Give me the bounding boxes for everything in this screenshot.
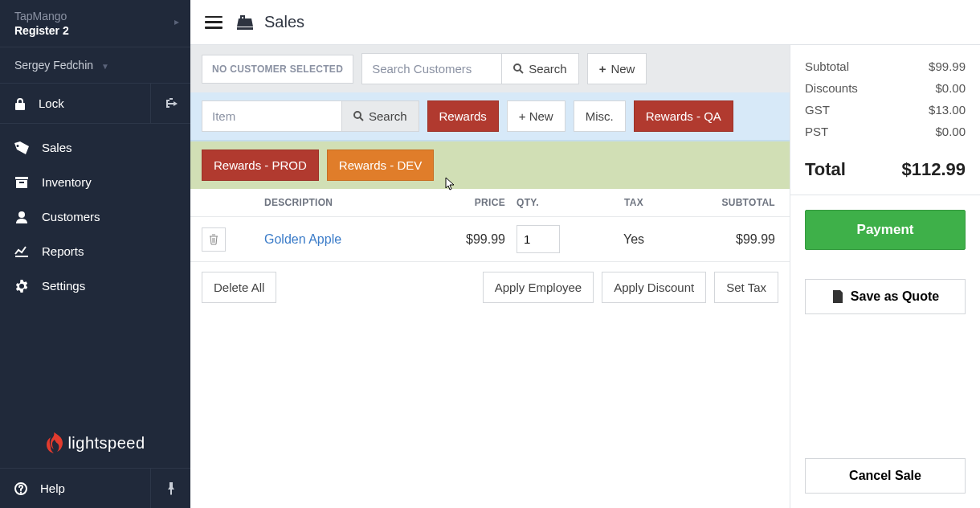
th-price: PRICE bbox=[425, 197, 505, 208]
line-item-link[interactable]: Golden Apple bbox=[264, 232, 341, 246]
lock-label: Lock bbox=[39, 96, 64, 110]
item-search-button[interactable]: Search bbox=[341, 100, 419, 132]
lock-button[interactable]: Lock bbox=[0, 84, 150, 123]
gst-row: GST $13.00 bbox=[805, 103, 966, 117]
save-quote-button[interactable]: Save as Quote bbox=[805, 279, 966, 314]
help-label: Help bbox=[40, 481, 65, 495]
topbar: Sales bbox=[190, 0, 980, 45]
user-menu[interactable]: Sergey Fedchin ▼ bbox=[0, 47, 190, 84]
quick-misc-button[interactable]: Misc. bbox=[574, 100, 626, 132]
customer-section: NO CUSTOMER SELECTED Search + New bbox=[190, 45, 790, 92]
help-icon bbox=[14, 482, 27, 495]
brand-name: TapMango bbox=[14, 10, 176, 23]
menu-toggle-button[interactable] bbox=[205, 16, 223, 29]
cancel-sale-button[interactable]: Cancel Sale bbox=[805, 458, 966, 494]
search-icon bbox=[353, 111, 364, 121]
qty-input[interactable] bbox=[517, 225, 560, 253]
quick-rewards-dev-button[interactable]: Rewards - DEV bbox=[327, 150, 434, 181]
th-subtotal: SUBTOTAL bbox=[690, 197, 778, 208]
apply-employee-button[interactable]: Apply Employee bbox=[483, 272, 594, 303]
flame-icon bbox=[45, 432, 63, 453]
nav-label: Settings bbox=[42, 279, 85, 293]
register-icon bbox=[237, 15, 253, 30]
item-search-section: Search Rewards + New Misc. Rewards - QA bbox=[190, 92, 790, 141]
quick-buttons-section: Rewards - PROD Rewards - DEV bbox=[190, 141, 790, 189]
new-customer-button[interactable]: + New bbox=[587, 53, 647, 84]
totals-panel: Subtotal $99.99 Discounts $0.00 GST $13.… bbox=[790, 45, 980, 508]
nav-label: Customers bbox=[42, 210, 100, 223]
quote-icon bbox=[831, 290, 844, 303]
customer-search-input[interactable] bbox=[361, 53, 501, 84]
signout-button[interactable] bbox=[150, 84, 190, 123]
nav-list: Sales Inventory Customers Reports bbox=[0, 124, 190, 418]
lock-icon bbox=[14, 97, 26, 110]
th-description: DESCRIPTION bbox=[237, 197, 425, 208]
quick-rewards-qa-button[interactable]: Rewards - QA bbox=[634, 100, 733, 132]
logo-text: lightspeed bbox=[67, 434, 145, 453]
nav-sales[interactable]: Sales bbox=[0, 130, 190, 165]
archive-icon bbox=[14, 177, 29, 188]
search-icon bbox=[513, 63, 524, 74]
chart-icon bbox=[14, 246, 29, 257]
plus-icon: + bbox=[599, 62, 606, 76]
page-title: Sales bbox=[237, 13, 304, 31]
set-tax-button[interactable]: Set Tax bbox=[714, 272, 778, 303]
pin-button[interactable] bbox=[150, 469, 190, 508]
nav-reports[interactable]: Reports bbox=[0, 234, 190, 268]
lightspeed-logo: lightspeed bbox=[0, 418, 190, 468]
nav-settings[interactable]: Settings bbox=[0, 268, 190, 303]
delete-all-button[interactable]: Delete All bbox=[202, 272, 276, 303]
svg-point-3 bbox=[354, 112, 361, 118]
sidebar: TapMango Register 2 ▸ Sergey Fedchin ▼ L… bbox=[0, 0, 190, 508]
th-tax: TAX bbox=[578, 197, 690, 208]
user-name: Sergey Fedchin bbox=[14, 59, 93, 72]
nav-label: Reports bbox=[42, 244, 84, 258]
item-search-input[interactable] bbox=[202, 100, 341, 132]
no-customer-label: NO CUSTOMER SELECTED bbox=[202, 55, 353, 84]
svg-point-2 bbox=[514, 64, 521, 71]
table-header: DESCRIPTION PRICE QTY. TAX SUBTOTAL bbox=[190, 189, 790, 217]
register-name: Register 2 bbox=[14, 24, 176, 37]
line-item-price: $99.99 bbox=[425, 232, 505, 247]
quick-rewards-prod-button[interactable]: Rewards - PROD bbox=[202, 150, 319, 181]
apply-discount-button[interactable]: Apply Discount bbox=[602, 272, 706, 303]
line-item-tax: Yes bbox=[578, 232, 690, 247]
subtotal-row: Subtotal $99.99 bbox=[805, 59, 966, 73]
nav-inventory[interactable]: Inventory bbox=[0, 165, 190, 199]
delete-line-button[interactable] bbox=[202, 227, 226, 252]
nav-label: Inventory bbox=[42, 175, 92, 189]
user-icon bbox=[14, 211, 29, 223]
quick-rewards-button[interactable]: Rewards bbox=[427, 100, 499, 132]
discounts-row: Discounts $0.00 bbox=[805, 81, 966, 95]
help-button[interactable]: Help bbox=[0, 469, 150, 508]
caret-down-icon: ▼ bbox=[101, 62, 109, 71]
nav-customers[interactable]: Customers bbox=[0, 199, 190, 234]
line-item-subtotal: $99.99 bbox=[690, 232, 778, 247]
svg-point-0 bbox=[18, 211, 25, 218]
chevron-right-icon: ▸ bbox=[174, 16, 179, 27]
payment-button[interactable]: Payment bbox=[805, 210, 966, 250]
pst-row: PST $0.00 bbox=[805, 125, 966, 138]
line-actions: Delete All Apply Employee Apply Discount… bbox=[190, 262, 790, 313]
line-item-row: Golden Apple $99.99 Yes $99.99 bbox=[190, 217, 790, 262]
gear-icon bbox=[14, 280, 29, 293]
nav-label: Sales bbox=[42, 141, 72, 154]
grand-total-row: Total $112.99 bbox=[805, 159, 966, 180]
trash-icon bbox=[209, 234, 218, 245]
brand-block[interactable]: TapMango Register 2 ▸ bbox=[0, 0, 190, 47]
quick-new-button[interactable]: + New bbox=[507, 100, 566, 132]
tag-icon bbox=[14, 141, 29, 154]
th-qty: QTY. bbox=[505, 197, 578, 208]
customer-search-button[interactable]: Search bbox=[501, 53, 579, 84]
